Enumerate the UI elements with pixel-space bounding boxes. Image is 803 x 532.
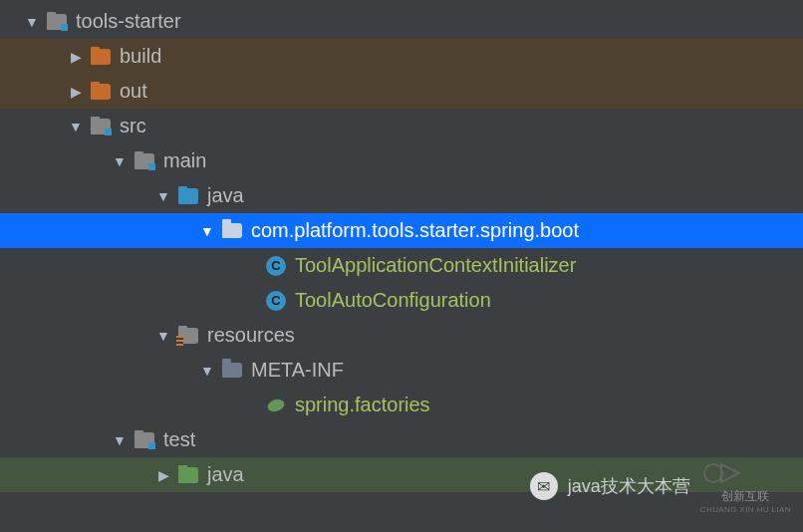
tree-label: ToolAutoConfiguration [295,289,491,312]
brand-logo-block: 创新互联 CHUANG XIN HU LIAN [700,458,791,514]
tree-label: tools-starter [76,10,181,33]
tree-label: src [120,115,146,137]
package-icon [221,360,243,382]
tree-label: META-INF [251,359,344,382]
project-tree: tools-starter build out src main java co… [0,0,803,492]
tree-row-root[interactable]: tools-starter [0,4,803,39]
tree-label: build [120,45,161,68]
tree-row-out[interactable]: out [0,74,803,109]
brand-logo-icon [700,458,742,488]
watermark-text: java技术大本营 [568,474,690,498]
tree-row-src[interactable]: src [0,109,803,143]
source-folder-icon [177,185,199,207]
tree-row-file[interactable]: spring.factories [0,388,803,422]
chevron-down-icon[interactable] [68,119,84,134]
watermark: ✉ java技术大本营 创新互联 CHUANG XIN HU LIAN [530,458,791,514]
tree-label: spring.factories [295,394,430,416]
chevron-down-icon[interactable] [112,432,128,448]
class-icon: C [265,255,287,277]
svg-point-0 [704,464,722,482]
tree-row-class[interactable]: C ToolApplicationContextInitializer [0,248,803,283]
brand-text-cn: 创新互联 [700,488,791,505]
tree-row-test[interactable]: test [0,422,803,457]
chevron-down-icon[interactable] [199,223,215,239]
wechat-icon: ✉ [530,472,558,500]
module-folder-icon [46,11,68,33]
tree-label: ToolApplicationContextInitializer [295,254,576,277]
tree-label: out [120,80,147,103]
folder-icon [134,150,155,172]
chevron-right-icon[interactable] [68,84,84,100]
tree-label: resources [207,324,295,347]
excluded-folder-icon [90,46,112,68]
tree-label: com.platform.tools.starter.spring.boot [251,219,579,242]
chevron-down-icon[interactable] [24,14,40,30]
tree-label: test [163,428,195,451]
chevron-right-icon[interactable] [68,49,84,65]
package-icon [221,220,243,242]
chevron-down-icon[interactable] [155,328,171,344]
brand-text-en: CHUANG XIN HU LIAN [700,505,791,514]
tree-row-class[interactable]: C ToolAutoConfiguration [0,283,803,318]
tree-label: main [163,149,206,172]
tree-row-build[interactable]: build [0,39,803,74]
folder-icon [134,429,155,451]
test-folder-icon [177,464,199,486]
tree-row-resources[interactable]: resources [0,318,803,353]
chevron-right-icon[interactable] [155,467,171,483]
class-icon: C [265,290,287,312]
chevron-down-icon[interactable] [155,188,171,204]
tree-row-java-main[interactable]: java [0,178,803,213]
chevron-down-icon[interactable] [199,363,215,379]
tree-label: java [207,463,244,486]
tree-row-metainf[interactable]: META-INF [0,353,803,388]
folder-icon [90,116,112,137]
excluded-folder-icon [90,81,112,103]
chevron-down-icon[interactable] [112,153,128,169]
spring-file-icon [265,395,287,416]
tree-label: java [207,184,244,207]
tree-row-main[interactable]: main [0,143,803,178]
tree-row-package[interactable]: com.platform.tools.starter.spring.boot [0,213,803,248]
resources-folder-icon [177,325,199,347]
